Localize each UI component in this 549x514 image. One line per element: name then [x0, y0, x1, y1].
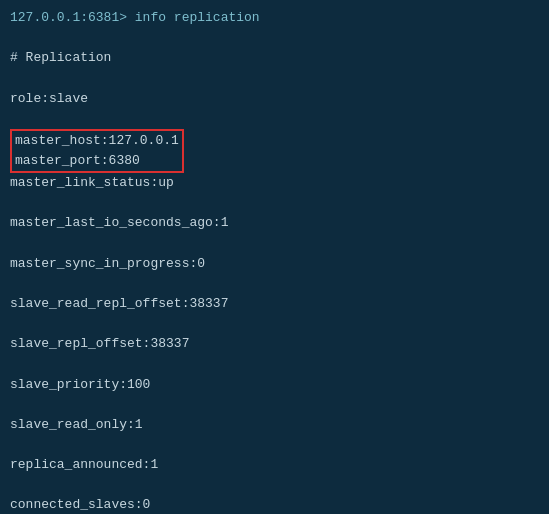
prompt-info-line: 127.0.0.1:6381> info replication: [10, 8, 539, 28]
replica-announced-line: replica_announced:1: [10, 455, 539, 475]
slave-read-only-line: slave_read_only:1: [10, 415, 539, 435]
terminal-window: 127.0.0.1:6381> info replication # Repli…: [0, 0, 549, 514]
master-last-io-line: master_last_io_seconds_ago:1: [10, 213, 539, 233]
master-port-line: master_port:6380: [12, 151, 182, 171]
slave-read-repl-line: slave_read_repl_offset:38337: [10, 294, 539, 314]
master-sync-line: master_sync_in_progress:0: [10, 254, 539, 274]
master-link-status-line: master_link_status:up: [10, 173, 539, 193]
connected-slaves-line: connected_slaves:0: [10, 495, 539, 514]
slave-repl-offset-line: slave_repl_offset:38337: [10, 334, 539, 354]
highlighted-block: master_host:127.0.0.1 master_port:6380: [10, 129, 184, 173]
role-line: role:slave: [10, 89, 539, 109]
master-host-line: master_host:127.0.0.1: [12, 131, 182, 151]
slave-priority-line: slave_priority:100: [10, 375, 539, 395]
comment-replication-line: # Replication: [10, 48, 539, 68]
